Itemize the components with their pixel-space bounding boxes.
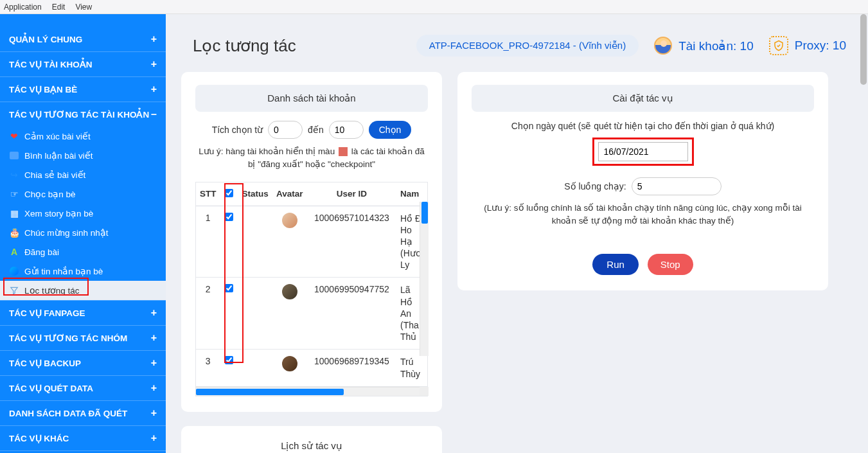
main-content: Lọc tương tác ATP-FACEBOOK_PRO-4972184 -… bbox=[166, 14, 868, 453]
threads-hint: (Lưu ý: số luồng chính là số tài khoản c… bbox=[472, 202, 814, 228]
sidebar-group-friend-tasks[interactable]: TÁC VỤ BẠN BÈ+ bbox=[0, 77, 166, 102]
sidebar-item-message[interactable]: Gửi tin nhắn bạn bè bbox=[0, 262, 166, 281]
stat-accounts: Tài khoản: 10 bbox=[654, 37, 754, 55]
row-checkbox[interactable] bbox=[225, 213, 233, 221]
table-scrollbar-vertical[interactable] bbox=[420, 202, 429, 356]
scrollbar[interactable] bbox=[860, 14, 867, 453]
menu-application[interactable]: Application bbox=[4, 3, 42, 12]
sidebar-group-scan[interactable]: TÁC VỤ QUÉT DATA+ bbox=[0, 376, 166, 400]
cake-icon: 🎂 bbox=[9, 227, 19, 238]
row-checkbox[interactable] bbox=[225, 356, 233, 364]
tick-from-label: Tích chọn từ bbox=[212, 125, 263, 135]
avatar bbox=[282, 356, 297, 371]
tick-to-label: đến bbox=[308, 125, 324, 135]
poke-icon: ☞ bbox=[9, 189, 19, 199]
panel-title: Danh sách tài khoản bbox=[195, 85, 428, 112]
sidebar-group-general[interactable]: QUẢN LÝ CHUNG+ bbox=[0, 27, 166, 51]
panel-title: Lịch sử tác vụ bbox=[195, 440, 428, 452]
col-userid: User ID bbox=[307, 182, 396, 206]
minus-icon: – bbox=[151, 109, 157, 120]
sidebar-item-reaction[interactable]: ❤Cảm xúc bài viết bbox=[0, 127, 166, 146]
col-status: Status bbox=[238, 182, 272, 206]
select-all-checkbox[interactable] bbox=[225, 189, 233, 197]
run-button[interactable]: Run bbox=[592, 254, 639, 275]
plus-icon: + bbox=[151, 382, 157, 394]
titlebar: Lọc tương tác ATP-FACEBOOK_PRO-4972184 -… bbox=[181, 22, 853, 72]
plus-icon: + bbox=[151, 432, 157, 444]
panel-title: Cài đặt tác vụ bbox=[472, 85, 814, 112]
tick-from-input[interactable] bbox=[268, 121, 303, 139]
sidebar-item-poke[interactable]: ☞Chọc bạn bè bbox=[0, 184, 166, 204]
table-scrollbar-horizontal[interactable] bbox=[196, 387, 427, 396]
highlight-annotation bbox=[592, 138, 694, 166]
sidebar: QUẢN LÝ CHUNG+ TÁC VỤ TÀI KHOẢN+ TÁC VỤ … bbox=[0, 14, 166, 453]
sidebar-group-group-interaction[interactable]: TÁC VỤ TƯƠNG TÁC NHÓM+ bbox=[0, 326, 166, 350]
sidebar-group-scanned-data[interactable]: DANH SÁCH DATA ĐÃ QUÉT+ bbox=[0, 401, 166, 425]
scan-date-input[interactable] bbox=[598, 142, 688, 161]
filter-icon bbox=[9, 285, 19, 296]
post-icon: A bbox=[9, 247, 19, 257]
plus-icon: + bbox=[151, 58, 157, 70]
story-icon: ▦ bbox=[9, 208, 19, 218]
share-icon: ↪ bbox=[9, 170, 19, 180]
red-square-icon bbox=[339, 147, 348, 156]
comment-icon bbox=[9, 150, 19, 161]
sidebar-group-backup[interactable]: TÁC VỤ BACKUP+ bbox=[0, 351, 166, 375]
shield-icon bbox=[769, 36, 788, 55]
plus-icon: + bbox=[151, 332, 157, 344]
license-badge: ATP-FACEBOOK_PRO-4972184 - (Vĩnh viễn) bbox=[416, 35, 639, 57]
avatar bbox=[282, 284, 297, 299]
threads-label: Số luồng chạy: bbox=[564, 181, 626, 191]
threads-input[interactable] bbox=[632, 177, 722, 195]
avatar bbox=[282, 213, 297, 228]
table-row[interactable]: 1 100069571014323 Hồ Đ Ho Hạ (Hươ Ly bbox=[196, 206, 427, 278]
date-label: Chọn ngày quét (sẽ quét từ hiện tại cho … bbox=[472, 121, 814, 131]
sidebar-group-other[interactable]: TÁC VỤ KHÁC+ bbox=[0, 426, 166, 450]
sidebar-item-story[interactable]: ▦Xem story bạn bè bbox=[0, 204, 166, 223]
plus-icon: + bbox=[151, 33, 157, 45]
sidebar-item-share[interactable]: ↪Chia sẻ bài viết bbox=[0, 165, 166, 184]
sidebar-item-filter-interaction[interactable]: Lọc tương tác bbox=[0, 281, 166, 300]
col-stt: STT bbox=[196, 182, 220, 206]
sidebar-group-fanpage[interactable]: TÁC VỤ FANPAGE+ bbox=[0, 301, 166, 325]
plus-icon: + bbox=[151, 307, 157, 319]
panel-task-settings: Cài đặt tác vụ Chọn ngày quét (sẽ quét t… bbox=[457, 72, 828, 290]
col-checkbox[interactable] bbox=[220, 182, 238, 206]
choose-button[interactable]: Chọn bbox=[369, 121, 412, 139]
row-checkbox[interactable] bbox=[225, 284, 233, 292]
sidebar-item-comment[interactable]: Bình luận bài viết bbox=[0, 146, 166, 165]
panel-history: Lịch sử tác vụ bbox=[181, 426, 442, 453]
sidebar-group-interaction-tasks[interactable]: TÁC VỤ TƯƠNG TÁC TÀI KHOẢN– bbox=[0, 102, 166, 127]
accounts-table: STT Status Avatar User ID Nam 1 bbox=[195, 182, 428, 396]
table-row[interactable]: 2 100069950947752 Lã Hồ An (Tha Thủ bbox=[196, 278, 427, 350]
menu-edit[interactable]: Edit bbox=[52, 3, 66, 12]
sidebar-item-post[interactable]: AĐăng bài bbox=[0, 242, 166, 262]
tick-to-input[interactable] bbox=[329, 121, 364, 139]
page-title: Lọc tương tác bbox=[193, 36, 296, 56]
plus-icon: + bbox=[151, 357, 157, 369]
table-row[interactable]: 3 100069689719345 Trú Thùy bbox=[196, 350, 427, 386]
user-icon bbox=[654, 37, 672, 55]
note-text: Lưu ý: hàng tài khoản hiển thị màu là cá… bbox=[195, 145, 428, 172]
sidebar-group-account-tasks[interactable]: TÁC VỤ TÀI KHOẢN+ bbox=[0, 52, 166, 76]
stop-button[interactable]: Stop bbox=[648, 254, 693, 275]
messenger-icon bbox=[9, 266, 19, 276]
plus-icon: + bbox=[151, 407, 157, 419]
col-avatar: Avatar bbox=[272, 182, 307, 206]
sidebar-item-birthday[interactable]: 🎂Chúc mừng sinh nhật bbox=[0, 223, 166, 242]
menu-view[interactable]: View bbox=[75, 3, 92, 12]
heart-icon: ❤ bbox=[9, 131, 19, 141]
plus-icon: + bbox=[151, 84, 157, 95]
panel-account-list: Danh sách tài khoản Tích chọn từ đến Chọ… bbox=[181, 72, 442, 412]
stat-proxy: Proxy: 10 bbox=[769, 36, 846, 55]
menubar: Application Edit View bbox=[0, 0, 868, 14]
